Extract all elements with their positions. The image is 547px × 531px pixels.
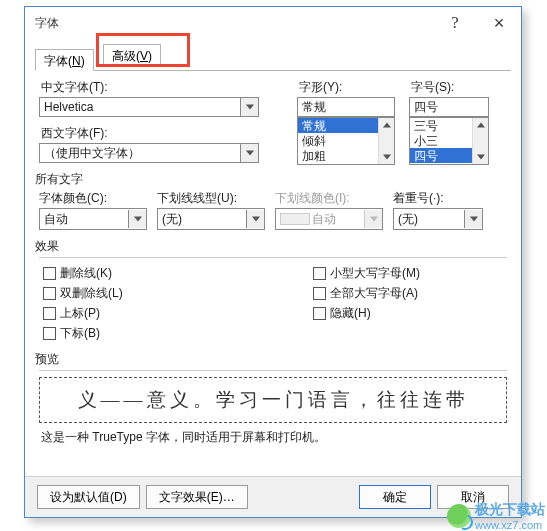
tabs: 字体(N) 高级(V)	[35, 43, 511, 71]
emphasis-label: 着重号(·):	[393, 190, 483, 208]
help-button[interactable]: ?	[433, 9, 477, 37]
preview-box: 义——意义。学习一门语言，往往连带	[39, 377, 507, 423]
watermark-url: www.xz7.com	[475, 519, 545, 531]
preview-header: 预览	[35, 351, 507, 368]
tab-advanced[interactable]: 高级(V)	[103, 44, 161, 66]
all-text-header: 所有文字	[35, 171, 507, 188]
hidden-checkbox[interactable]: 隐藏(H)	[313, 305, 371, 322]
emphasis-dropdown[interactable]: (无)	[393, 208, 483, 230]
size-listbox[interactable]: 三号 小三 四号	[409, 117, 489, 165]
watermark-text: 极光下载站	[475, 501, 545, 519]
ok-button[interactable]: 确定	[359, 485, 431, 509]
font-dialog: 字体 ? × 字体(N) 高级(V) 中文字体(T): Helvetica 西文…	[24, 6, 522, 518]
scroll-down-icon[interactable]	[379, 150, 394, 164]
westfont-dropdown[interactable]: （使用中文字体）	[39, 143, 259, 163]
cnfont-dropdown[interactable]: Helvetica	[39, 97, 259, 117]
strike-checkbox[interactable]: 删除线(K)	[43, 265, 112, 282]
scrollbar[interactable]	[378, 118, 394, 164]
chevron-down-icon[interactable]	[240, 98, 258, 116]
chevron-down-icon[interactable]	[464, 210, 482, 228]
dblstrike-checkbox[interactable]: 双删除线(L)	[43, 285, 123, 302]
size-input[interactable]: 四号	[409, 97, 489, 117]
close-button[interactable]: ×	[477, 9, 521, 37]
cnfont-value: Helvetica	[44, 100, 240, 114]
chevron-down-icon[interactable]	[128, 210, 146, 228]
fontcolor-label: 字体颜色(C):	[39, 190, 147, 208]
watermark-icon	[447, 504, 471, 528]
window-title: 字体	[35, 15, 433, 32]
size-label: 字号(S):	[409, 75, 489, 97]
preview-text: 义——意义。学习一门语言，往往连带	[39, 377, 507, 423]
scrollbar[interactable]	[472, 118, 488, 164]
scroll-up-icon[interactable]	[379, 118, 394, 132]
cnfont-label: 中文字体(T):	[39, 75, 277, 97]
style-listbox[interactable]: 常规 倾斜 加粗	[297, 117, 395, 165]
effects-header: 效果	[35, 238, 507, 255]
color-swatch	[280, 213, 310, 225]
style-input[interactable]: 常规	[297, 97, 395, 117]
scroll-down-icon[interactable]	[473, 150, 488, 164]
text-effects-button[interactable]: 文字效果(E)…	[146, 485, 248, 509]
scroll-up-icon[interactable]	[473, 118, 488, 132]
westfont-value: （使用中文字体）	[44, 145, 240, 162]
smallcaps-checkbox[interactable]: 小型大写字母(M)	[313, 265, 420, 282]
preview-description: 这是一种 TrueType 字体，同时适用于屏幕和打印机。	[41, 429, 507, 446]
ulstyle-label: 下划线线型(U):	[157, 190, 265, 208]
chevron-down-icon	[364, 210, 382, 228]
westfont-label: 西文字体(F):	[39, 121, 277, 143]
superscript-checkbox[interactable]: 上标(P)	[43, 305, 100, 322]
ulcolor-label: 下划线颜色(I):	[275, 190, 383, 208]
fontcolor-dropdown[interactable]: 自动	[39, 208, 147, 230]
subscript-checkbox[interactable]: 下标(B)	[43, 325, 100, 342]
style-label: 字形(Y):	[297, 75, 395, 97]
ulcolor-dropdown: 自动	[275, 208, 383, 230]
titlebar: 字体 ? ×	[25, 7, 521, 39]
tab-font[interactable]: 字体(N)	[35, 49, 94, 71]
ulstyle-dropdown[interactable]: (无)	[157, 208, 265, 230]
allcaps-checkbox[interactable]: 全部大写字母(A)	[313, 285, 418, 302]
chevron-down-icon[interactable]	[240, 144, 258, 162]
watermark: 极光下载站 www.xz7.com	[447, 501, 545, 531]
set-default-button[interactable]: 设为默认值(D)	[37, 485, 140, 509]
chevron-down-icon[interactable]	[246, 210, 264, 228]
